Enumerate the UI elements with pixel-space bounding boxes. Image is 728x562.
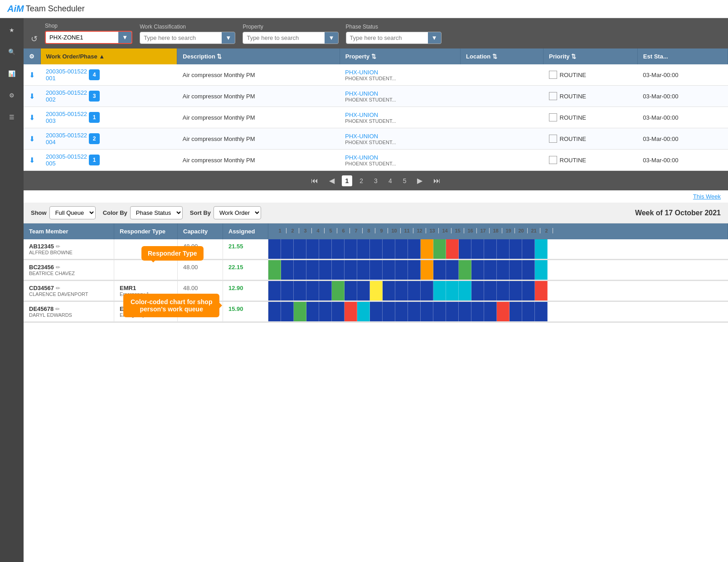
edit-icon[interactable]: ✏ (55, 306, 60, 312)
gantt-cell (522, 281, 535, 300)
col-priority[interactable]: Priority ⇅ (544, 48, 638, 64)
col-settings[interactable]: ⚙ (24, 48, 40, 64)
work-classification-filter-group: Work Classification ▼ (140, 24, 235, 44)
capacity-value: 48.00 (183, 264, 198, 271)
page-next-btn[interactable]: ▶ (413, 174, 426, 187)
sidebar-icon-settings[interactable]: ⚙ (4, 87, 20, 103)
work-order-link[interactable]: 200305-001522003 (46, 111, 87, 124)
gantt-cell (370, 239, 383, 259)
scheduler-section: This Week Show Full Queue Color By Phase… (24, 190, 728, 562)
gantt-cell (319, 260, 332, 280)
this-week-link[interactable]: This Week (693, 193, 721, 200)
row-property: PHX-UNION PHOENIX STUDENT... (340, 128, 460, 150)
page-prev-btn[interactable]: ◀ (325, 174, 338, 187)
gantt-day-num: 2 (286, 228, 299, 233)
color-by-select[interactable]: Phase Status (130, 206, 183, 219)
row-down-arrow[interactable]: ⬇ (24, 128, 40, 150)
row-down-arrow[interactable]: ⬇ (24, 86, 40, 107)
gantt-cell (319, 302, 332, 321)
gantt-day-num: 5 (325, 228, 337, 233)
row-down-arrow[interactable]: ⬇ (24, 64, 40, 86)
property-link[interactable]: PHX-UNION (345, 69, 378, 76)
sidebar-icon-chart[interactable]: 📊 (4, 65, 20, 82)
page-btn-3[interactable]: 3 (370, 175, 381, 186)
gantt-cell (395, 281, 408, 300)
work-order-link[interactable]: 200305-001522005 (46, 153, 87, 167)
gantt-cell (421, 239, 433, 259)
sidebar-icon-menu[interactable]: ☰ (4, 109, 20, 125)
gantt-cell (332, 239, 345, 259)
show-select[interactable]: Full Queue (49, 206, 96, 219)
gantt-cell (268, 239, 281, 259)
gantt-cell (535, 260, 548, 280)
work-classification-input[interactable] (140, 32, 222, 44)
row-description: Air compressor Monthly PM (177, 128, 340, 150)
property-filter-group: Property ▼ (243, 24, 338, 44)
team-capacity-cell: 48.00 (178, 260, 223, 280)
priority-checkbox[interactable] (549, 113, 557, 121)
shop-dropdown-btn[interactable]: ▼ (118, 32, 131, 43)
gantt-cell (357, 302, 370, 321)
row-location (461, 128, 544, 150)
gantt-cell (383, 302, 395, 321)
sidebar: ★ 🔍 📊 ⚙ ☰ (0, 18, 24, 562)
table-row: ⬇ 200305-001522002 3 Air compressor Mont… (24, 86, 728, 107)
page-btn-1[interactable]: 1 (342, 175, 353, 186)
work-order-link[interactable]: 200305-001522004 (46, 132, 87, 145)
work-classification-dropdown-btn[interactable]: ▼ (222, 32, 235, 44)
team-assigned-cell: 15.90 (223, 302, 268, 321)
gantt-cell (484, 239, 497, 259)
team-member-name-cell: BC23456 ✏ BEATRICE CHAVEZ (24, 260, 114, 280)
row-wo-phase: 200305-001522005 1 (40, 150, 177, 171)
page-btn-5[interactable]: 5 (399, 175, 410, 186)
gantt-day-num: 15 (451, 228, 464, 233)
property-link[interactable]: PHX-UNION (345, 133, 378, 140)
page-first-btn[interactable]: ⏮ (307, 175, 322, 187)
page-last-btn[interactable]: ⏭ (430, 175, 444, 187)
row-description: Air compressor Monthly PM (177, 107, 340, 128)
gantt-day-num: 20 (515, 228, 528, 233)
gantt-cell (497, 239, 510, 259)
gantt-cell (510, 239, 522, 259)
property-link[interactable]: PHX-UNION (345, 154, 378, 161)
sidebar-icon-star[interactable]: ★ (4, 22, 20, 38)
sort-by-select[interactable]: Work Order (214, 206, 261, 219)
col-description[interactable]: Description ⇅ (177, 48, 340, 64)
gantt-day-num: 4 (312, 228, 325, 233)
priority-checkbox[interactable] (549, 71, 557, 79)
refresh-button[interactable]: ↺ (31, 34, 38, 44)
gantt-day-num: 17 (477, 228, 490, 233)
col-location[interactable]: Location ⇅ (461, 48, 544, 64)
work-order-link[interactable]: 200305-001522001 (46, 68, 87, 82)
gantt-cell (357, 281, 370, 300)
priority-checkbox[interactable] (549, 156, 557, 164)
work-order-link[interactable]: 200305-001522002 (46, 89, 87, 103)
page-btn-4[interactable]: 4 (385, 175, 396, 186)
row-down-arrow[interactable]: ⬇ (24, 150, 40, 171)
capacity-value: 48.00 (183, 285, 198, 291)
phase-badge: 1 (89, 112, 100, 123)
phase-status-dropdown-btn[interactable]: ▼ (428, 32, 441, 44)
property-link[interactable]: PHX-UNION (345, 90, 378, 97)
property-sub: PHOENIX STUDENT... (345, 97, 455, 102)
shop-input[interactable] (46, 32, 118, 43)
col-property[interactable]: Property ⇅ (340, 48, 460, 64)
gantt-day-num: 10 (388, 228, 401, 233)
phase-status-input[interactable] (346, 32, 428, 44)
team-member-id: BC23456 (29, 264, 54, 271)
color-by-group: Color By Phase Status (103, 206, 183, 219)
property-input[interactable] (243, 32, 325, 44)
gantt-cell (446, 281, 459, 300)
property-dropdown-btn[interactable]: ▼ (325, 32, 338, 44)
priority-checkbox[interactable] (549, 92, 557, 100)
page-btn-2[interactable]: 2 (356, 175, 367, 186)
priority-checkbox[interactable] (549, 135, 557, 143)
edit-icon[interactable]: ✏ (56, 264, 60, 271)
row-down-arrow[interactable]: ⬇ (24, 107, 40, 128)
col-work-order-phase[interactable]: Work Order/Phase ▲ (40, 48, 177, 64)
sidebar-icon-search[interactable]: 🔍 (4, 44, 20, 60)
col-gantt: 1234567891011121314151617181920212 (268, 223, 728, 239)
property-link[interactable]: PHX-UNION (345, 111, 378, 118)
edit-icon[interactable]: ✏ (56, 285, 60, 291)
edit-icon[interactable]: ✏ (56, 243, 60, 250)
